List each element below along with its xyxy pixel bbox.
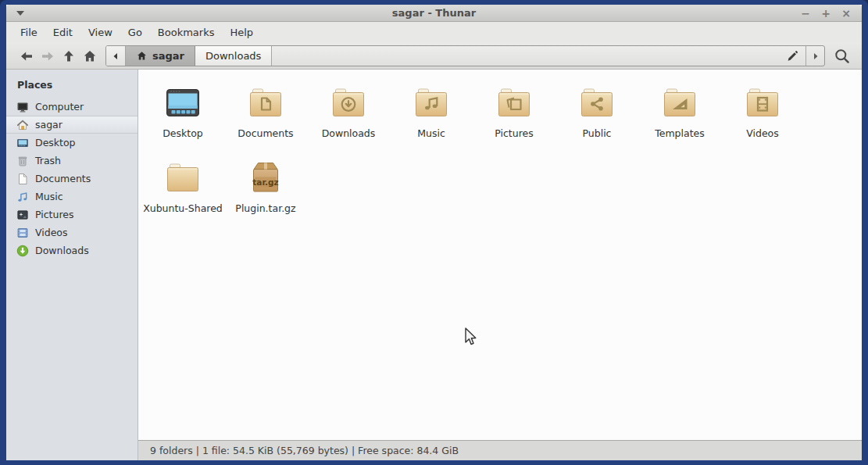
desktop-icon: [16, 137, 29, 149]
file-view[interactable]: Desktop Documents: [138, 70, 862, 440]
sidebar-item-label: Music: [35, 191, 63, 202]
sidebar-item-label: Documents: [35, 173, 91, 184]
path-button-downloads[interactable]: Downloads: [195, 46, 272, 66]
home-button[interactable]: [79, 45, 100, 66]
downloads-icon: [16, 245, 29, 257]
folder-music-icon: [413, 84, 450, 121]
file-label: Music: [417, 127, 445, 139]
path-button-sagar-label: sagar: [152, 50, 184, 62]
menubar: File Edit View Go Bookmarks Help: [6, 22, 862, 43]
folder-documents-icon: [247, 84, 284, 121]
file-music[interactable]: Music: [390, 80, 473, 156]
sidebar-item-label: sagar: [35, 119, 63, 131]
path-bar: sagar Downloads: [105, 45, 825, 66]
menu-view[interactable]: View: [80, 22, 120, 43]
folder-templates-icon: [661, 84, 698, 121]
trash-icon: [16, 155, 29, 167]
places-header: Places: [6, 77, 138, 98]
file-desktop[interactable]: Desktop: [141, 80, 224, 156]
back-button[interactable]: [16, 45, 37, 66]
file-downloads[interactable]: Downloads: [307, 80, 390, 156]
file-label: Documents: [238, 127, 293, 139]
pencil-icon: [785, 49, 799, 63]
path-bar-empty[interactable]: [272, 46, 779, 66]
chevron-right-icon: [812, 52, 820, 60]
archive-ext-label: tar.gz: [252, 177, 278, 187]
statusbar: 9 folders | 1 file: 54.5 KiB (55,769 byt…: [138, 440, 862, 460]
menu-go[interactable]: Go: [120, 22, 150, 43]
archive-icon: tar.gz: [247, 159, 284, 196]
file-label: Plugin.tar.gz: [235, 202, 295, 214]
folder-plain-icon: [164, 159, 202, 196]
sidebar-item-label: Videos: [35, 227, 68, 238]
sidebar-item-label: Trash: [35, 155, 61, 166]
sidebar-item-documents[interactable]: Documents: [6, 170, 138, 188]
search-button[interactable]: [831, 45, 852, 66]
sidebar-item-trash[interactable]: Trash: [6, 152, 138, 170]
forward-button[interactable]: [37, 45, 58, 66]
sidebar-item-label: Computer: [35, 101, 84, 113]
titlebar[interactable]: sagar - Thunar − + ×: [6, 5, 862, 22]
home-icon: [16, 119, 29, 131]
documents-icon: [16, 173, 29, 185]
thunar-window: sagar - Thunar − + × File Edit View Go B…: [0, 0, 868, 465]
file-label: Public: [583, 127, 612, 139]
file-label: Templates: [655, 127, 705, 139]
file-label: Pictures: [495, 127, 534, 139]
maximize-button[interactable]: +: [820, 5, 832, 22]
window-title: sagar - Thunar: [6, 7, 862, 19]
sidebar-item-desktop[interactable]: Desktop: [6, 134, 138, 152]
menu-file[interactable]: File: [13, 22, 45, 43]
sidebar-places: Places Computer: [6, 70, 138, 460]
desktop-folder-icon: [164, 84, 202, 121]
sidebar-item-music[interactable]: Music: [6, 188, 138, 206]
folder-pictures-icon: [495, 84, 533, 121]
statusbar-text: 9 folders | 1 file: 54.5 KiB (55,769 byt…: [150, 445, 459, 456]
file-templates[interactable]: Templates: [638, 80, 721, 156]
file-documents[interactable]: Documents: [224, 80, 307, 156]
music-icon: [16, 191, 29, 203]
path-edit-button[interactable]: [779, 46, 805, 66]
sidebar-item-sagar[interactable]: sagar: [6, 116, 138, 134]
toolbar: sagar Downloads: [6, 43, 862, 70]
file-pictures[interactable]: Pictures: [473, 80, 555, 156]
file-plugin-archive[interactable]: tar.gz Plugin.tar.gz: [224, 156, 307, 231]
computer-icon: [16, 101, 29, 113]
sidebar-item-downloads[interactable]: Downloads: [6, 241, 138, 259]
close-button[interactable]: ×: [840, 5, 852, 22]
mouse-cursor: [465, 327, 478, 347]
folder-videos-icon: [744, 84, 781, 121]
forward-icon: [40, 48, 55, 64]
sidebar-item-computer[interactable]: Computer: [6, 98, 138, 116]
up-button[interactable]: [58, 45, 79, 66]
sidebar-item-label: Pictures: [35, 209, 74, 220]
path-scroll-left-button[interactable]: [106, 46, 126, 66]
home-path-icon: [136, 50, 148, 62]
file-label: Videos: [746, 127, 779, 139]
sidebar-item-label: Downloads: [35, 245, 89, 256]
chevron-left-icon: [112, 52, 120, 60]
videos-icon: [16, 227, 29, 239]
up-icon: [61, 48, 77, 64]
file-label: Downloads: [322, 127, 376, 139]
pictures-icon: [16, 209, 29, 221]
file-videos[interactable]: Videos: [721, 80, 804, 156]
path-dropdown-button[interactable]: [805, 46, 824, 66]
menu-bookmarks[interactable]: Bookmarks: [150, 22, 223, 43]
file-label: Xubuntu-Shared: [143, 202, 223, 214]
minimize-button[interactable]: −: [799, 5, 812, 22]
sidebar-item-videos[interactable]: Videos: [6, 224, 138, 241]
back-icon: [19, 48, 34, 64]
sidebar-item-pictures[interactable]: Pictures: [6, 206, 138, 224]
file-xubuntu-shared[interactable]: Xubuntu-Shared: [141, 156, 224, 231]
path-button-sagar[interactable]: sagar: [126, 46, 195, 66]
sidebar-item-label: Desktop: [35, 137, 76, 148]
path-button-downloads-label: Downloads: [205, 50, 261, 62]
folder-downloads-icon: [330, 84, 367, 121]
file-label: Desktop: [163, 127, 203, 139]
menu-edit[interactable]: Edit: [45, 22, 80, 43]
search-icon: [834, 48, 851, 65]
file-public[interactable]: Public: [555, 80, 638, 156]
folder-public-icon: [578, 84, 616, 121]
menu-help[interactable]: Help: [222, 22, 261, 43]
